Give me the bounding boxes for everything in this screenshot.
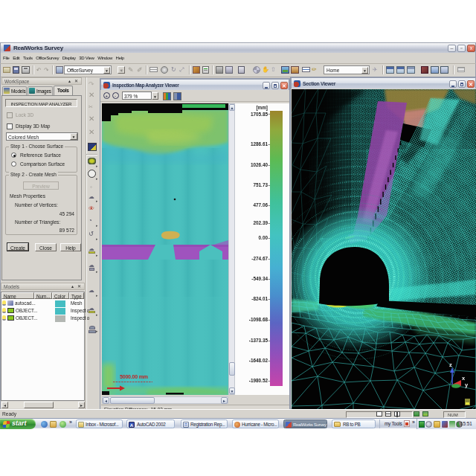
svg-text:1705.85: 1705.85 [251,112,268,117]
svg-text:-1373.35: -1373.35 [249,338,268,343]
svg-text:-1098.68: -1098.68 [249,317,268,322]
svg-text:-824.01: -824.01 [251,296,268,301]
svg-text:-1980.52: -1980.52 [249,378,268,383]
svg-text:z: z [449,361,452,368]
svg-text:-274.67: -274.67 [251,256,268,261]
svg-text:-549.34: -549.34 [251,276,268,281]
svg-text:751.73: 751.73 [253,182,268,187]
svg-text:1286.61: 1286.61 [251,141,268,147]
svg-text:[mm]: [mm] [256,105,268,111]
svg-text:1026.40: 1026.40 [251,162,268,167]
svg-text:477.06: 477.06 [253,202,268,208]
svg-text:5000.00 mm: 5000.00 mm [120,374,148,379]
svg-text:-1648.02: -1648.02 [249,358,268,363]
svg-text:202.39: 202.39 [253,220,268,225]
svg-text:0.00: 0.00 [259,235,268,240]
